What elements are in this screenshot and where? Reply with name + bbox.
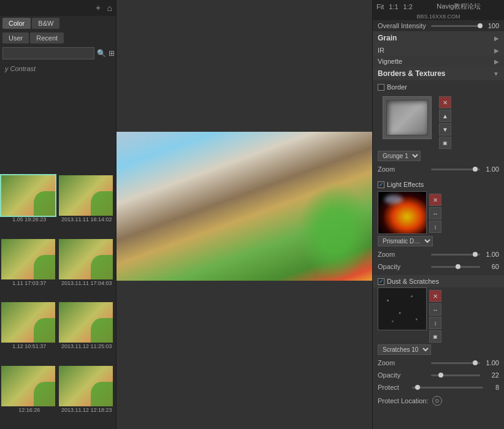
dust-opacity-slider[interactable] <box>431 374 481 376</box>
light-zoom-slider[interactable] <box>431 254 481 256</box>
dust-flip-h-button[interactable]: ↔ <box>429 303 441 316</box>
tab-bw[interactable]: B&W <box>32 18 59 29</box>
borders-chevron-icon: ▼ <box>493 70 499 77</box>
borders-header[interactable]: Borders & Textures ▼ <box>373 67 504 80</box>
borders-label: Borders & Textures <box>378 69 445 78</box>
overall-intensity-value: 100 <box>484 22 499 29</box>
vignette-label: Vignette <box>378 58 402 65</box>
grid-expand-icon[interactable]: ⊞ <box>109 49 115 58</box>
protect-value: 8 <box>487 384 499 391</box>
dust-preview[interactable] <box>378 287 427 330</box>
light-effects-checkbox[interactable] <box>378 181 384 188</box>
border-checkbox[interactable] <box>378 84 384 91</box>
protect-location-label: Protect Location: <box>378 397 429 404</box>
light-flip-h-button[interactable]: ↔ <box>429 207 441 219</box>
light-flip-v-button[interactable]: ↕ <box>429 221 441 233</box>
ir-button[interactable]: IR ▶ <box>373 45 504 56</box>
vignette-button[interactable]: Vignette ▶ <box>373 56 504 67</box>
thumb-label: 1.05 19:26:23 <box>1 216 58 224</box>
list-item[interactable]: 1.11 17:03:37 <box>1 239 58 302</box>
chevron-right-icon: ▶ <box>494 35 499 42</box>
tab-recent[interactable]: Recent <box>30 32 64 44</box>
search-icon[interactable]: 🔍 <box>97 49 106 58</box>
list-item[interactable]: 12:16:26 <box>1 366 58 428</box>
tab-color[interactable]: Color <box>2 18 31 29</box>
overall-intensity-slider[interactable] <box>431 25 481 27</box>
add-icon[interactable]: ＋ <box>94 2 102 13</box>
dust-zoom-slider[interactable] <box>431 362 481 364</box>
grain-header[interactable]: Grain ▶ <box>373 31 504 45</box>
list-item[interactable]: 2013.11.12 11:25:03 <box>59 302 115 365</box>
dust-zoom-value: 1.00 <box>484 359 499 366</box>
light-preview[interactable] <box>378 191 427 234</box>
thumb-label: 1.11 17:03:37 <box>1 279 58 288</box>
dust-style-select[interactable]: Scratches 10 <box>378 344 431 355</box>
border-checkbox-row: Border <box>373 80 504 94</box>
thumb-label: 2013.11.12 11:25:03 <box>59 343 115 351</box>
light-effects-row: Light Effects <box>373 178 504 191</box>
list-item[interactable]: 2013.11.12 12:18:23 <box>59 366 115 428</box>
tab-user[interactable]: User <box>2 32 29 44</box>
dust-dropdown-row: Scratches 10 <box>373 343 504 357</box>
dust-texture-row: ✕ ↔ ↕ ▣ <box>373 287 504 343</box>
border-zoom-label: Zoom <box>378 165 427 173</box>
dust-section-label: Dust & Scratches <box>387 278 439 285</box>
light-flare <box>384 195 403 204</box>
list-item[interactable]: 2013.11.11 16:14:02 <box>59 175 115 238</box>
filter-label: y Contrast <box>0 61 116 76</box>
protect-label: Protect <box>378 384 408 391</box>
border-checkerboard-button[interactable]: ▣ <box>439 137 451 149</box>
list-item[interactable]: 2013.11.11 17:04:03 <box>59 239 115 302</box>
topbar: Fit 1:1 1:2 Navig教程论坛 <box>373 0 504 13</box>
light-style-select[interactable]: Prismatic D… <box>378 236 433 246</box>
main-image-container <box>116 132 372 281</box>
border-style-select[interactable]: Grunge 1 <box>378 151 421 161</box>
border-texture-row: ✕ ▲ ▼ ▣ <box>373 94 504 149</box>
thumb-label: 2013.11.11 16:14:02 <box>59 216 115 224</box>
overall-intensity-row: Overall Intensity 100 <box>373 20 504 31</box>
light-delete-button[interactable]: ✕ <box>429 194 441 206</box>
border-zoom-row: Zoom 1.00 <box>373 163 504 175</box>
site-label: BBS.16XX8.COM <box>373 13 504 20</box>
light-opacity-value: 60 <box>484 263 499 270</box>
ir-label: IR <box>378 47 384 54</box>
protect-row: Protect 8 <box>373 381 504 393</box>
thumb-label: 2013.11.11 17:04:03 <box>59 279 115 288</box>
light-zoom-row: Zoom 1.00 <box>373 248 504 260</box>
nav-label: Navig教程论坛 <box>418 2 500 11</box>
protect-slider[interactable] <box>412 387 483 389</box>
sidebar: ＋ ⌂ Color B&W User Recent 🔍 ⊞ ⊟ y Contra… <box>0 0 116 429</box>
dust-zoom-row: Zoom 1.00 <box>373 357 504 369</box>
list-item[interactable]: 1.05 19:26:23 <box>1 175 58 238</box>
location-icon[interactable]: ⊙ <box>432 396 442 406</box>
vignette-arrow-icon: ▶ <box>494 58 499 65</box>
protect-location-row: Protect Location: ⊙ <box>373 393 504 408</box>
light-dropdown-row: Prismatic D… <box>373 234 504 248</box>
light-opacity-slider[interactable] <box>431 266 481 268</box>
light-opacity-row: Opacity 60 <box>373 260 504 273</box>
ratio2-label[interactable]: 1:2 <box>403 3 413 10</box>
fit-label: Fit <box>376 3 384 10</box>
dust-grain <box>378 288 426 330</box>
thumb-label: 2013.11.12 12:18:23 <box>59 406 115 415</box>
search-input[interactable] <box>2 47 94 59</box>
border-texture-inner <box>386 100 428 135</box>
border-texture-preview[interactable] <box>383 96 432 139</box>
dust-checkerboard-button[interactable]: ▣ <box>429 330 441 343</box>
border-dropdown-row: Grunge 1 <box>373 149 504 163</box>
border-zoom-slider[interactable] <box>431 169 481 170</box>
filter-tabs: Color B&W <box>0 16 116 31</box>
list-item[interactable]: 1.12 10:51:37 <box>1 302 58 365</box>
dust-delete-button[interactable]: ✕ <box>429 290 441 302</box>
main-photo <box>116 132 372 281</box>
ratio1-label[interactable]: 1:1 <box>389 3 398 10</box>
border-up-button[interactable]: ▲ <box>439 110 451 122</box>
dust-section-row: Dust & Scratches <box>373 275 504 287</box>
dust-checkbox[interactable] <box>378 278 384 285</box>
border-down-button[interactable]: ▼ <box>439 123 451 135</box>
dust-flip-v-button[interactable]: ↕ <box>429 317 441 329</box>
border-label: Border <box>387 83 407 91</box>
border-delete-button[interactable]: ✕ <box>439 96 451 108</box>
light-effects-label: Light Effects <box>387 181 424 188</box>
home-icon[interactable]: ⌂ <box>107 3 112 13</box>
